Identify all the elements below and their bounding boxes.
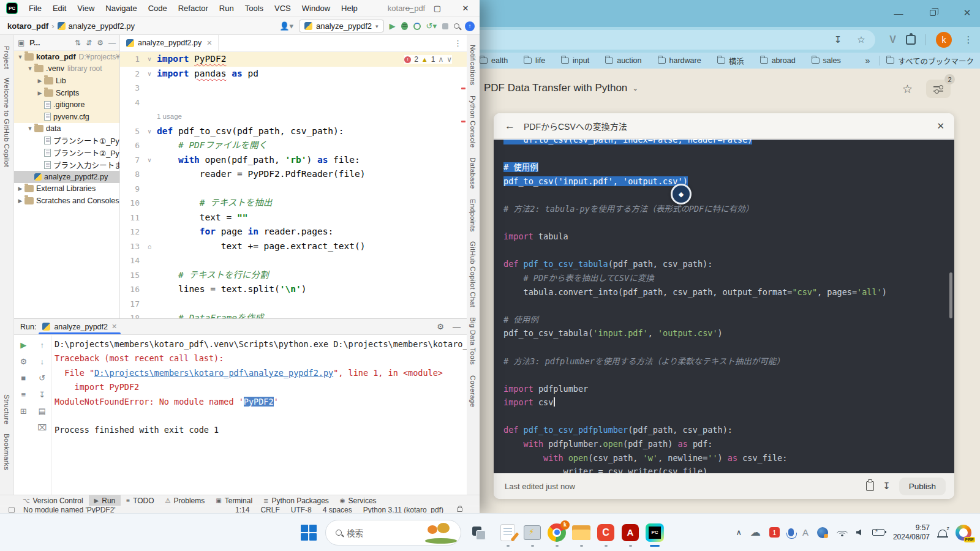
- code-line[interactable]: 3: [120, 81, 467, 96]
- down-stack-icon[interactable]: ↓: [40, 357, 45, 366]
- tree-chevron-icon[interactable]: ▼: [26, 126, 34, 132]
- fold-marker-icon[interactable]: ∨: [142, 52, 157, 67]
- all-bookmarks-button[interactable]: すべてのブックマーク: [886, 55, 974, 67]
- canvas-code-line[interactable]: [503, 340, 954, 354]
- browser-restore-button[interactable]: [924, 5, 942, 21]
- conversation-title[interactable]: PDF Data Transfer with Python: [484, 82, 627, 94]
- canvas-code-line[interactable]: # 使用例: [503, 160, 954, 174]
- code-line[interactable]: 4: [120, 96, 467, 110]
- profile-avatar[interactable]: k: [936, 32, 952, 48]
- code-area[interactable]: 1∨import PyPDF22∨import pandas as pd341 …: [120, 52, 467, 318]
- canvas-code-line[interactable]: with pdfplumber.open(pdf_path) as pdf:: [503, 437, 954, 451]
- battery-icon[interactable]: [872, 529, 884, 536]
- notification-count-icon[interactable]: 1: [769, 527, 780, 538]
- code-line[interactable]: 10 # テキストを抽出: [120, 196, 467, 211]
- canvas-ask-bubble[interactable]: ◆: [671, 184, 692, 204]
- remote-taskbar-icon[interactable]: [520, 517, 545, 549]
- canvas-code-line[interactable]: [503, 147, 954, 161]
- canvas-code-line[interactable]: [503, 244, 954, 258]
- canvas-scrollbar[interactable]: [949, 272, 952, 318]
- menu-help[interactable]: Help: [336, 0, 363, 17]
- close-button[interactable]: ✕: [451, 0, 480, 17]
- tray-sphere-icon[interactable]: [817, 527, 828, 538]
- profile-button[interactable]: [413, 23, 421, 30]
- canvas-code-line[interactable]: # 方法2: tabula-pyを使用する方法（表形式のPDFに特に有効）: [503, 202, 954, 216]
- bookmark-folder[interactable]: sales: [812, 55, 841, 67]
- menu-vcs[interactable]: VCS: [269, 0, 296, 17]
- rerun-icon[interactable]: ▶: [20, 340, 26, 350]
- usage-inlay[interactable]: 1 usage: [157, 110, 182, 124]
- install-icon[interactable]: ↧: [831, 34, 845, 45]
- tree-item[interactable]: プランシート①_Pyth: [14, 135, 119, 147]
- tree-item[interactable]: ▼kotaro_pdfD:¥projects¥m: [14, 51, 119, 63]
- canvas-code-line[interactable]: writer = csv.writer(csv_file): [503, 465, 954, 473]
- code-line[interactable]: 2∨import pandas as pd: [120, 67, 467, 81]
- canvas-code-line[interactable]: def pdf_to_csv_pdfplumber(pdf_path, csv_…: [503, 423, 954, 437]
- error-stripe[interactable]: [461, 53, 466, 318]
- up-stack-icon[interactable]: ↑: [40, 340, 45, 350]
- microphone-icon[interactable]: [788, 528, 794, 536]
- tool-strip-label[interactable]: Structure: [3, 394, 10, 424]
- run-button[interactable]: ▶: [390, 21, 396, 31]
- code-line[interactable]: 6 # PDFファイルを開く: [120, 138, 467, 153]
- tool-strip-label[interactable]: Big Data Tools: [469, 317, 477, 365]
- fold-marker-icon[interactable]: ∨: [142, 124, 157, 139]
- model-selector-icon[interactable]: 2: [926, 80, 951, 98]
- run-settings-icon[interactable]: ⚙: [20, 357, 27, 366]
- menu-run[interactable]: Run: [214, 0, 239, 17]
- tree-item[interactable]: ▶External Libraries: [14, 183, 119, 195]
- task-view-button[interactable]: [471, 525, 486, 540]
- notepad-taskbar-icon[interactable]: [496, 517, 520, 549]
- stop-button[interactable]: [442, 23, 448, 29]
- code-line[interactable]: 16 lines = text.split('\n'): [120, 282, 467, 297]
- tray-overflow-icon[interactable]: ∧: [736, 528, 742, 537]
- code-line[interactable]: 15 # テキストを行に分割: [120, 268, 467, 283]
- canvas-code-editor[interactable]: df.to_csv(csv_path, index=False, header=…: [494, 140, 954, 473]
- extension-v-icon[interactable]: V: [889, 34, 896, 45]
- tree-item[interactable]: プラン入力シートまと: [14, 159, 119, 171]
- run-tab[interactable]: analyze_pypdf2 ✕: [36, 319, 123, 334]
- tool-strip-label[interactable]: Bookmarks: [3, 433, 10, 470]
- canvas-code-line[interactable]: df.to_csv(csv_path, index=False, header=…: [503, 140, 954, 147]
- canvas-code-line[interactable]: pdf_to_csv_tabula('input.pdf', 'output.c…: [503, 326, 954, 340]
- tree-item[interactable]: ▶Scratches and Consoles: [14, 195, 119, 207]
- chrome-taskbar-icon[interactable]: k: [545, 517, 569, 549]
- fold-marker-icon[interactable]: ∨: [142, 153, 157, 168]
- tree-item[interactable]: ▼.venvlibrary root: [14, 63, 119, 75]
- code-line[interactable]: 18 # DataFrameを作成: [120, 311, 467, 318]
- breadcrumb[interactable]: kotaro_pdf › analyze_pypdf2.py: [7, 21, 135, 31]
- tree-chevron-icon[interactable]: ▶: [17, 198, 24, 204]
- pin-icon[interactable]: ⊞: [20, 407, 27, 416]
- code-line[interactable]: 8 reader = PyPDF2.PdfReader(file): [120, 167, 467, 182]
- user-icon[interactable]: 👤▾: [279, 21, 293, 31]
- code-line[interactable]: 14: [120, 253, 467, 268]
- tree-item[interactable]: pyvenv.cfg: [14, 111, 119, 123]
- search-highlight-image[interactable]: [425, 523, 457, 544]
- close-run-tab-icon[interactable]: ✕: [111, 323, 117, 331]
- taskbar-search[interactable]: 検索: [325, 520, 461, 545]
- canvas-code-line[interactable]: [503, 216, 954, 230]
- canvas-code-line[interactable]: [503, 410, 954, 424]
- stop-icon[interactable]: ■: [21, 373, 26, 383]
- run-with-coverage-button[interactable]: ↺▾: [426, 21, 437, 31]
- canvas-code-line[interactable]: [503, 368, 954, 382]
- bookmark-folder[interactable]: life: [524, 55, 545, 67]
- canvas-code-line[interactable]: import csv: [503, 395, 954, 410]
- tree-chevron-icon[interactable]: ▶: [36, 90, 43, 96]
- bookmarks-overflow-icon[interactable]: »: [865, 56, 870, 66]
- inspection-widget[interactable]: ! 2 ▲ 1 ∧∨: [404, 55, 452, 64]
- fold-marker-icon[interactable]: ∨: [142, 67, 157, 81]
- volume-icon[interactable]: [856, 530, 861, 536]
- tree-chevron-icon[interactable]: ▼: [26, 66, 34, 72]
- code-line[interactable]: 7∨ with open(pdf_path, 'rb') as file:: [120, 153, 467, 168]
- acrobat-taskbar-icon[interactable]: A: [618, 517, 643, 549]
- clipchamp-taskbar-icon[interactable]: C: [594, 517, 618, 549]
- wifi-icon[interactable]: [837, 529, 848, 536]
- canvas-code-line[interactable]: pdf_to_csv('input.pdf', 'output.csv'): [503, 174, 954, 189]
- run-settings-gear-icon[interactable]: ⚙: [437, 322, 444, 331]
- status-icon[interactable]: [9, 507, 15, 513]
- close-tab-icon[interactable]: ✕: [206, 39, 212, 47]
- code-line[interactable]: 17: [120, 297, 467, 312]
- run-console[interactable]: D:\projects\members\kotaro_pdf\.venv\Scr…: [55, 337, 467, 495]
- tree-item[interactable]: ▶Lib: [14, 75, 119, 87]
